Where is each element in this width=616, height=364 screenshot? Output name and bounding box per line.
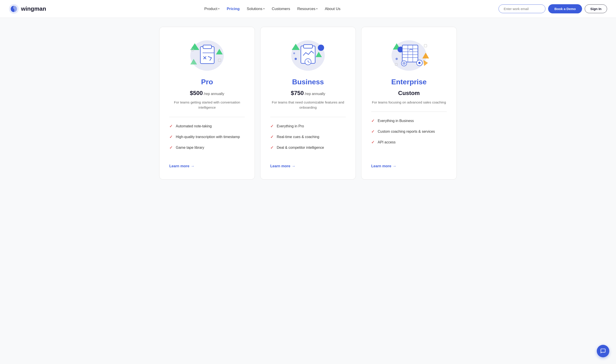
arrow-right-icon: → bbox=[393, 164, 396, 168]
wingman-logo-icon bbox=[9, 4, 19, 14]
enterprise-learn-more-link[interactable]: Learn more → bbox=[371, 164, 447, 168]
navbar: wingman Product ▾ Pricing Solutions ▾ Cu… bbox=[0, 0, 616, 18]
business-illustration bbox=[270, 36, 346, 72]
svg-point-17 bbox=[293, 52, 295, 54]
nav-actions: Book a Demo Sign In bbox=[499, 4, 607, 13]
enterprise-plan-name: Enterprise bbox=[371, 78, 447, 86]
pro-learn-more-link[interactable]: Learn more → bbox=[169, 164, 245, 168]
business-plan-price: $750 /rep annually bbox=[270, 90, 346, 97]
arrow-right-icon: → bbox=[292, 164, 295, 168]
arrow-right-icon: → bbox=[191, 164, 195, 168]
svg-point-39 bbox=[418, 62, 420, 64]
list-item: ✓ Everything in Business bbox=[371, 118, 447, 123]
feature-label: Game tape library bbox=[176, 146, 204, 150]
feature-label: Everything in Pro bbox=[277, 124, 304, 128]
nav-links: Product ▾ Pricing Solutions ▾ Customers … bbox=[204, 7, 341, 11]
business-price-period: /rep annually bbox=[305, 92, 325, 96]
nav-label-about: About Us bbox=[325, 7, 340, 11]
svg-point-28 bbox=[395, 58, 398, 60]
check-icon: ✓ bbox=[371, 129, 375, 134]
nav-item-product[interactable]: Product ▾ bbox=[204, 7, 220, 11]
pro-features-list: ✓ Automated note-taking ✓ High-quality t… bbox=[169, 124, 245, 156]
logo-text: wingman bbox=[21, 5, 46, 12]
nav-item-resources[interactable]: Resources ▾ bbox=[297, 7, 318, 11]
nav-label-solutions: Solutions bbox=[247, 7, 262, 11]
feature-label: Automated note-taking bbox=[176, 124, 212, 128]
nav-item-solutions[interactable]: Solutions ▾ bbox=[247, 7, 265, 11]
enterprise-features-list: ✓ Everything in Business ✓ Custom coachi… bbox=[371, 118, 447, 156]
nav-label-customers: Customers bbox=[272, 7, 290, 11]
feature-label: Real-time cues & coaching bbox=[277, 135, 319, 139]
list-item: ✓ Everything in Pro bbox=[270, 124, 346, 129]
nav-item-pricing[interactable]: Pricing bbox=[227, 7, 240, 11]
check-icon: ✓ bbox=[169, 145, 173, 150]
email-input[interactable] bbox=[499, 4, 546, 13]
nav-item-customers[interactable]: Customers bbox=[272, 7, 290, 11]
svg-point-42 bbox=[404, 63, 405, 64]
feature-label: Everything in Business bbox=[378, 119, 414, 123]
check-icon: ✓ bbox=[169, 124, 173, 129]
check-icon: ✓ bbox=[169, 134, 173, 139]
sign-in-button[interactable]: Sign In bbox=[585, 4, 607, 13]
check-icon: ✓ bbox=[270, 145, 274, 150]
pro-description: For teams getting started with conversat… bbox=[169, 100, 245, 110]
svg-rect-29 bbox=[424, 44, 427, 47]
list-item: ✓ Game tape library bbox=[169, 145, 245, 150]
enterprise-plan-price: Custom bbox=[371, 90, 447, 97]
list-item: ✓ Deal & competitor intelligence bbox=[270, 145, 346, 150]
svg-marker-26 bbox=[423, 60, 428, 66]
check-icon: ✓ bbox=[270, 134, 274, 139]
business-learn-more-link[interactable]: Learn more → bbox=[270, 164, 346, 168]
nav-label-product: Product bbox=[204, 7, 218, 11]
pricing-card-business: Business $750 /rep annually For teams th… bbox=[260, 27, 356, 180]
check-icon: ✓ bbox=[371, 118, 375, 123]
feature-label: Deal & competitor intelligence bbox=[277, 146, 324, 150]
business-features-list: ✓ Everything in Pro ✓ Real-time cues & c… bbox=[270, 124, 346, 156]
enterprise-illustration bbox=[371, 36, 447, 72]
business-description: For teams that need customizable feature… bbox=[270, 100, 346, 110]
pro-divider bbox=[169, 117, 245, 117]
check-icon: ✓ bbox=[371, 140, 375, 145]
list-item: ✓ Real-time cues & coaching bbox=[270, 134, 346, 139]
feature-label: High-quality transcription with timestam… bbox=[176, 135, 240, 139]
pricing-card-pro: Pro $500 /rep annually For teams getting… bbox=[159, 27, 255, 180]
pro-plan-price: $500 /rep annually bbox=[169, 90, 245, 97]
feature-label: API access bbox=[378, 140, 395, 144]
nav-label-resources: Resources bbox=[297, 7, 315, 11]
nav-label-pricing: Pricing bbox=[227, 7, 240, 11]
check-icon: ✓ bbox=[270, 124, 274, 129]
svg-rect-19 bbox=[304, 45, 312, 48]
book-demo-button[interactable]: Book a Demo bbox=[548, 4, 582, 13]
main-content: Pro $500 /rep annually For teams getting… bbox=[154, 18, 462, 193]
pro-plan-name: Pro bbox=[169, 78, 245, 86]
pricing-grid: Pro $500 /rep annually For teams getting… bbox=[159, 27, 457, 180]
list-item: ✓ Custom coaching reports & services bbox=[371, 129, 447, 134]
list-item: ✓ High-quality transcription with timest… bbox=[169, 134, 245, 139]
enterprise-divider bbox=[371, 112, 447, 112]
pricing-card-enterprise: Enterprise Custom For teams focusing on … bbox=[361, 27, 457, 180]
chevron-down-icon: ▾ bbox=[218, 7, 220, 10]
svg-rect-31 bbox=[402, 45, 418, 62]
svg-point-16 bbox=[294, 58, 297, 60]
chevron-down-icon: ▾ bbox=[316, 7, 318, 10]
enterprise-price-amount: Custom bbox=[398, 90, 420, 96]
chevron-down-icon: ▾ bbox=[263, 7, 265, 10]
business-price-amount: $750 bbox=[291, 90, 304, 96]
pro-price-period: /rep annually bbox=[204, 92, 224, 96]
logo-link[interactable]: wingman bbox=[9, 4, 46, 14]
pro-price-amount: $500 bbox=[190, 90, 203, 96]
business-divider bbox=[270, 117, 346, 117]
business-plan-name: Business bbox=[270, 78, 346, 86]
svg-rect-8 bbox=[203, 45, 211, 49]
list-item: ✓ API access bbox=[371, 140, 447, 145]
svg-point-15 bbox=[318, 45, 324, 51]
pro-illustration bbox=[169, 36, 245, 72]
svg-rect-7 bbox=[200, 47, 214, 64]
feature-label: Custom coaching reports & services bbox=[378, 130, 435, 134]
nav-item-about[interactable]: About Us bbox=[325, 7, 340, 11]
enterprise-description: For teams focusing on advanced sales coa… bbox=[371, 100, 447, 105]
list-item: ✓ Automated note-taking bbox=[169, 124, 245, 129]
